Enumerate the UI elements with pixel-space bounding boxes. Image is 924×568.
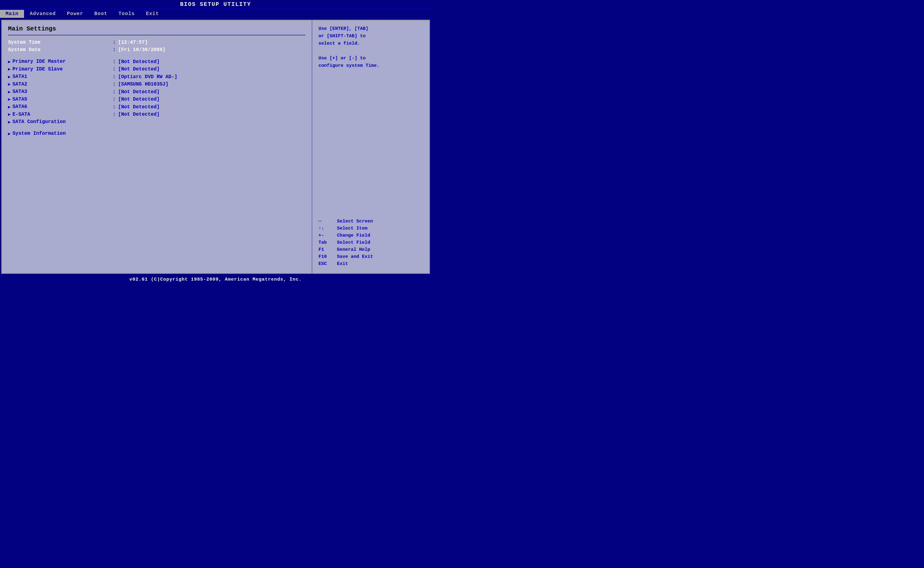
nav-item-tools[interactable]: Tools bbox=[113, 10, 141, 18]
key-desc: Select Item bbox=[337, 226, 367, 231]
settings-row[interactable]: ▶SATA1:[Optiarc DVD RW AD-] bbox=[8, 74, 306, 80]
nav-item-power[interactable]: Power bbox=[61, 10, 89, 18]
settings-rows: System Time:[12:47:57]System Date:[Fri 1… bbox=[8, 40, 306, 136]
colon: : bbox=[113, 82, 116, 87]
nav-item-boot[interactable]: Boot bbox=[89, 10, 113, 18]
key-help-row: ESCExit bbox=[318, 261, 423, 266]
help-line: Use [ENTER], [TAB] bbox=[318, 25, 423, 33]
label-text: SATA6 bbox=[12, 104, 27, 110]
settings-row: System Time:[12:47:57] bbox=[8, 40, 306, 45]
key-name: ↑↓ bbox=[318, 226, 337, 231]
title-bar: BIOS SETUP UTILITY bbox=[0, 0, 431, 9]
arrow-icon: ▶ bbox=[8, 131, 11, 136]
arrow-icon: ▶ bbox=[8, 112, 11, 117]
key-name: +- bbox=[318, 233, 337, 238]
settings-row[interactable]: ▶SATA5:[Not Detected] bbox=[8, 97, 306, 103]
key-help-row: F10Save and Exit bbox=[318, 254, 423, 259]
settings-label: ▶SATA2 bbox=[8, 82, 113, 87]
settings-value: [Not Detected] bbox=[118, 97, 159, 102]
colon: : bbox=[113, 47, 116, 53]
key-name: ESC bbox=[318, 261, 337, 266]
label-text: Primary IDE Master bbox=[12, 59, 66, 64]
left-panel: Main Settings System Time:[12:47:57]Syst… bbox=[2, 20, 312, 273]
label-text: Primary IDE Slave bbox=[12, 66, 62, 72]
help-line bbox=[318, 47, 423, 55]
settings-value: [Not Detected] bbox=[118, 66, 159, 72]
settings-label: ▶SATA5 bbox=[8, 97, 113, 102]
help-line: configure system Time. bbox=[318, 62, 423, 69]
settings-label: ▶SATA Configuration bbox=[8, 119, 113, 125]
settings-row[interactable]: ▶SATA Configuration bbox=[8, 119, 306, 125]
key-name: ↔ bbox=[318, 219, 337, 224]
key-desc: Save and Exit bbox=[337, 254, 373, 259]
settings-row[interactable]: ▶E-SATA:[Not Detected] bbox=[8, 112, 306, 118]
settings-label: ▶Primary IDE Master bbox=[8, 59, 113, 64]
key-desc: Select Field bbox=[337, 240, 370, 245]
label-text: System Information bbox=[12, 131, 66, 136]
colon: : bbox=[113, 104, 116, 110]
key-help-row: +-Change Field bbox=[318, 233, 423, 238]
settings-row[interactable]: ▶SATA6:[Not Detected] bbox=[8, 104, 306, 110]
settings-row[interactable]: ▶SATA3:[Not Detected] bbox=[8, 89, 306, 95]
arrow-icon: ▶ bbox=[8, 104, 11, 110]
key-help-row: ↑↓Select Item bbox=[318, 226, 423, 231]
key-help-row: ↔Select Screen bbox=[318, 219, 423, 224]
colon: : bbox=[113, 89, 116, 95]
nav-bar: MainAdvancedPowerBootToolsExit bbox=[0, 9, 431, 18]
settings-value: [Not Detected] bbox=[118, 89, 159, 95]
section-divider bbox=[8, 35, 306, 35]
settings-label: System Time bbox=[8, 40, 113, 45]
settings-label: System Date bbox=[8, 47, 113, 53]
nav-item-exit[interactable]: Exit bbox=[141, 10, 165, 18]
label-text: SATA2 bbox=[12, 82, 27, 87]
settings-value: [12:47:57] bbox=[118, 40, 148, 45]
settings-row[interactable]: ▶Primary IDE Slave:[Not Detected] bbox=[8, 66, 306, 72]
nav-item-advanced[interactable]: Advanced bbox=[24, 10, 61, 18]
settings-label: ▶E-SATA bbox=[8, 112, 113, 117]
settings-row: System Date:[Fri 10/30/2009] bbox=[8, 47, 306, 53]
key-name: Tab bbox=[318, 240, 337, 245]
settings-label: ▶SATA1 bbox=[8, 74, 113, 79]
arrow-icon: ▶ bbox=[8, 119, 11, 125]
label-text: SATA5 bbox=[12, 97, 27, 102]
settings-row[interactable]: ▶System Information bbox=[8, 131, 306, 136]
label-text: SATA3 bbox=[12, 89, 27, 94]
bios-title: BIOS SETUP UTILITY bbox=[180, 1, 251, 8]
settings-value: [Not Detected] bbox=[118, 59, 159, 65]
settings-value: [Optiarc DVD RW AD-] bbox=[118, 74, 177, 80]
arrow-icon: ▶ bbox=[8, 89, 11, 94]
help-line: or [SHIFT-TAB] to bbox=[318, 33, 423, 40]
settings-label: ▶SATA6 bbox=[8, 104, 113, 110]
content-area: Main Settings System Time:[12:47:57]Syst… bbox=[1, 20, 430, 274]
key-desc: General Help bbox=[337, 247, 370, 252]
label-text: System Date bbox=[8, 47, 41, 53]
arrow-icon: ▶ bbox=[8, 59, 11, 64]
help-text: Use [ENTER], [TAB]or [SHIFT-TAB] toselec… bbox=[318, 25, 423, 69]
help-line: select a field. bbox=[318, 40, 423, 47]
key-name: F1 bbox=[318, 247, 337, 252]
settings-value: [SAMSUNG HD103SJ] bbox=[118, 82, 168, 87]
colon: : bbox=[113, 74, 116, 80]
colon: : bbox=[113, 66, 116, 72]
key-desc: Change Field bbox=[337, 233, 370, 238]
footer-text: v02.61 (C)Copyright 1985-2009, American … bbox=[129, 277, 302, 282]
settings-value: [Not Detected] bbox=[118, 112, 159, 117]
settings-row[interactable]: ▶SATA2:[SAMSUNG HD103SJ] bbox=[8, 82, 306, 88]
label-text: System Time bbox=[8, 40, 41, 45]
arrow-icon: ▶ bbox=[8, 82, 11, 87]
help-line: Use [+] or [-] to bbox=[318, 55, 423, 62]
settings-label: ▶Primary IDE Slave bbox=[8, 66, 113, 72]
settings-label: ▶SATA3 bbox=[8, 89, 113, 94]
settings-value: [Fri 10/30/2009] bbox=[118, 47, 166, 53]
label-text: SATA Configuration bbox=[12, 119, 66, 125]
settings-row[interactable]: ▶Primary IDE Master:[Not Detected] bbox=[8, 59, 306, 65]
nav-item-main[interactable]: Main bbox=[0, 10, 24, 18]
key-desc: Exit bbox=[337, 261, 348, 266]
arrow-icon: ▶ bbox=[8, 74, 11, 79]
colon: : bbox=[113, 40, 116, 45]
footer: v02.61 (C)Copyright 1985-2009, American … bbox=[0, 275, 431, 284]
colon: : bbox=[113, 112, 116, 117]
section-title: Main Settings bbox=[8, 25, 306, 32]
settings-value: [Not Detected] bbox=[118, 104, 159, 110]
settings-label: ▶System Information bbox=[8, 131, 113, 136]
